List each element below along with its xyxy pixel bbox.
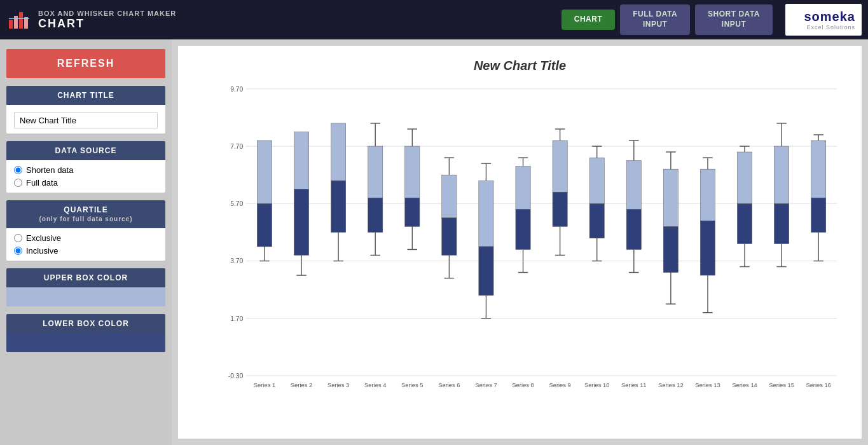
svg-rect-36: [331, 123, 346, 181]
data-source-section: DATA SOURCE Shorten data Full data: [6, 141, 165, 193]
exclusive-label: Exclusive: [26, 233, 61, 243]
full-data-radio[interactable]: [14, 179, 22, 187]
chart-title-body: [6, 105, 165, 134]
svg-text:Series 11: Series 11: [621, 381, 647, 388]
svg-rect-128: [811, 198, 826, 232]
header-nav: CHART FULL DATA INPUT SHORT DATA INPUT: [561, 4, 773, 34]
svg-text:Series 8: Series 8: [512, 381, 534, 388]
svg-text:3.70: 3.70: [230, 257, 243, 264]
svg-rect-106: [700, 169, 715, 221]
shorten-data-radio[interactable]: [14, 166, 22, 174]
chart-title-header: CHART TITLE: [6, 86, 165, 105]
chart-title-input[interactable]: [14, 113, 158, 128]
inclusive-option[interactable]: Inclusive: [14, 246, 158, 256]
refresh-button[interactable]: REFRESH: [6, 49, 165, 78]
svg-rect-78: [553, 140, 567, 192]
svg-rect-92: [626, 161, 641, 210]
svg-rect-30: [294, 189, 308, 256]
svg-text:Series 10: Series 10: [584, 381, 610, 388]
svg-rect-65: [479, 247, 493, 296]
svg-rect-71: [516, 167, 530, 210]
header: BOX AND WHISKER CHART MAKER CHART CHART …: [0, 0, 868, 39]
svg-rect-44: [368, 198, 383, 232]
logo-icon: [6, 7, 32, 32]
brand-name: someka: [804, 10, 856, 24]
data-source-options: Shorten data Full data: [6, 160, 165, 193]
svg-rect-93: [626, 209, 641, 249]
chart-wrapper: 9.707.705.703.701.70-0.30Series 1Series …: [184, 76, 855, 432]
upper-box-color-swatch[interactable]: [6, 287, 165, 306]
svg-text:Series 15: Series 15: [769, 381, 794, 388]
header-titles: BOX AND WHISKER CHART MAKER CHART: [38, 10, 176, 31]
svg-text:Series 13: Series 13: [695, 381, 720, 388]
nav-chart-button[interactable]: CHART: [561, 10, 616, 30]
chart-area: New Chart Title 9.707.705.703.701.70-0.3…: [178, 46, 862, 439]
svg-rect-1: [9, 20, 13, 29]
full-data-label: Full data: [26, 178, 58, 188]
svg-rect-99: [663, 169, 678, 226]
svg-rect-3: [19, 12, 23, 29]
svg-rect-127: [811, 140, 826, 198]
svg-text:Series 4: Series 4: [364, 381, 387, 388]
svg-rect-23: [257, 203, 272, 247]
lower-box-color-section: LOWER BOX COLOR: [6, 314, 165, 352]
lower-box-color-header: LOWER BOX COLOR: [6, 314, 165, 333]
svg-rect-37: [331, 181, 346, 232]
nav-full-data-button[interactable]: FULL DATA INPUT: [620, 4, 690, 34]
svg-text:Series 16: Series 16: [806, 381, 831, 388]
svg-rect-79: [553, 192, 567, 226]
quartile-options: Exclusive Inclusive: [6, 228, 165, 261]
exclusive-option[interactable]: Exclusive: [14, 233, 158, 243]
main-layout: REFRESH CHART TITLE DATA SOURCE Shorten …: [0, 39, 868, 445]
svg-text:Series 7: Series 7: [475, 381, 497, 388]
page-title: CHART: [38, 17, 176, 31]
svg-rect-64: [479, 181, 493, 247]
svg-text:7.70: 7.70: [230, 142, 243, 150]
svg-rect-121: [774, 203, 789, 243]
svg-rect-120: [774, 146, 789, 203]
svg-rect-2: [14, 16, 18, 29]
svg-text:Series 9: Series 9: [549, 381, 570, 388]
svg-rect-85: [589, 158, 604, 203]
quartile-note: (only for full data source): [39, 216, 132, 222]
upper-box-color-section: UPPER BOX COLOR: [6, 268, 165, 306]
svg-rect-107: [700, 221, 715, 275]
quartile-header: QUARTILE (only for full data source): [6, 200, 165, 228]
chart-svg: 9.707.705.703.701.70-0.30Series 1Series …: [216, 83, 849, 407]
inclusive-label: Inclusive: [26, 246, 59, 256]
exclusive-radio[interactable]: [14, 234, 22, 242]
svg-text:Series 14: Series 14: [732, 381, 757, 388]
svg-text:Series 2: Series 2: [291, 381, 312, 388]
svg-rect-51: [405, 198, 420, 226]
svg-text:-0.30: -0.30: [228, 372, 244, 380]
svg-text:Series 6: Series 6: [438, 381, 460, 388]
brand-logo: someka Excel Solutions: [785, 4, 862, 36]
svg-rect-58: [442, 218, 457, 256]
svg-rect-22: [257, 140, 272, 203]
nav-short-data-button[interactable]: SHORT DATA INPUT: [695, 4, 773, 34]
svg-rect-29: [294, 132, 308, 189]
quartile-title: QUARTILE: [64, 205, 107, 214]
svg-text:5.70: 5.70: [230, 200, 243, 207]
sidebar: REFRESH CHART TITLE DATA SOURCE Shorten …: [0, 39, 172, 445]
svg-text:1.70: 1.70: [230, 314, 243, 322]
upper-box-color-header: UPPER BOX COLOR: [6, 268, 165, 287]
svg-rect-43: [368, 146, 383, 198]
svg-rect-114: [737, 203, 752, 243]
shorten-data-option[interactable]: Shorten data: [14, 165, 158, 175]
full-data-option[interactable]: Full data: [14, 178, 158, 188]
svg-text:Series 3: Series 3: [327, 381, 349, 388]
data-source-header: DATA SOURCE: [6, 141, 165, 160]
header-logo: BOX AND WHISKER CHART MAKER CHART: [6, 7, 561, 32]
svg-rect-113: [737, 152, 752, 203]
svg-text:Series 12: Series 12: [658, 381, 684, 388]
svg-rect-50: [405, 146, 420, 198]
app-title: BOX AND WHISKER CHART MAKER: [38, 10, 176, 17]
inclusive-radio[interactable]: [14, 247, 22, 255]
svg-text:9.70: 9.70: [230, 85, 243, 93]
svg-rect-57: [442, 175, 457, 218]
lower-box-color-swatch[interactable]: [6, 333, 165, 352]
svg-text:Series 5: Series 5: [401, 381, 423, 388]
brand-sub: Excel Solutions: [806, 24, 855, 31]
svg-rect-72: [516, 209, 530, 249]
